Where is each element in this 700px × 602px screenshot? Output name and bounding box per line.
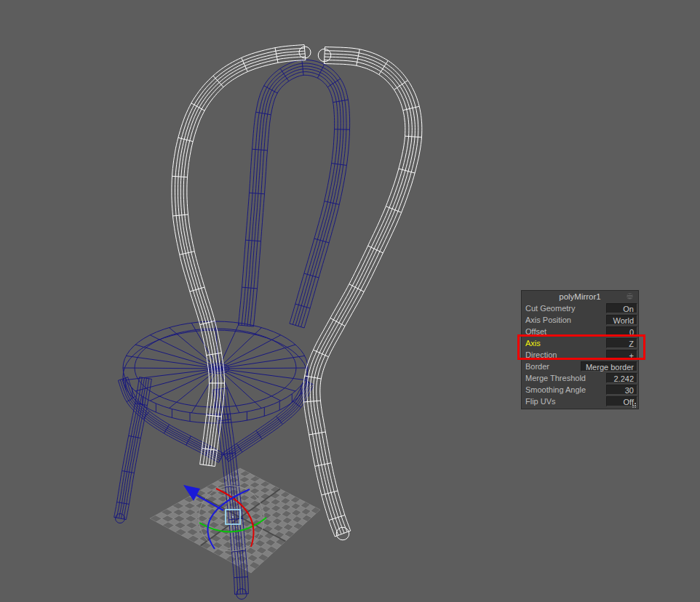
attribute-value-axis-position[interactable]: World [606, 315, 637, 325]
tube-navy-inner-backrest-hoop [239, 60, 350, 328]
maya-viewport[interactable]: { "viewport": { "background": "#5d5d5d",… [0, 0, 700, 602]
attribute-row-merge-threshold: Merge Threshold2.242 [522, 372, 638, 384]
tube-navy-right-brace [223, 380, 314, 462]
attribute-label-cut-geometry: Cut Geometry [522, 303, 606, 313]
tube-white-backrest-hoop-right-and-rear-leg [303, 47, 422, 540]
panel-resize-grip[interactable] [631, 402, 637, 408]
tube-white-backrest-hoop-left-and-front-post [172, 45, 311, 467]
attribute-value-smoothing-angle[interactable]: 30 [606, 385, 637, 395]
attribute-label-border: Border [522, 361, 581, 372]
tube-navy-rear-left-leg [114, 377, 152, 523]
attribute-row-smoothing-angle: Smoothing Angle30 [522, 384, 638, 396]
manipulator-center-dot [232, 516, 234, 518]
attribute-row-axis-position: Axis PositionWorld [522, 314, 638, 326]
attribute-label-flip-uvs: Flip UVs [522, 396, 606, 406]
attribute-row-border: BorderMerge border [522, 361, 638, 372]
attribute-label-axis-position: Axis Position [522, 315, 606, 325]
attribute-value-merge-threshold[interactable]: 2.242 [606, 373, 637, 383]
attribute-label-merge-threshold: Merge Threshold [522, 373, 606, 383]
chair-wireframe-navy-half[interactable] [114, 60, 350, 599]
attribute-row-flip-uvs: Flip UVsOff [522, 396, 638, 407]
panel-title-bar[interactable]: polyMirror1 [522, 291, 638, 302]
attribute-value-border[interactable]: Merge border [581, 361, 637, 372]
panel-title: polyMirror1 [559, 292, 601, 301]
attribute-value-cut-geometry[interactable]: On [606, 303, 637, 313]
chair-wireframe-white-half[interactable] [172, 45, 422, 540]
panel-menu-icon[interactable] [627, 293, 633, 300]
attribute-row-cut-geometry: Cut GeometryOn [522, 302, 638, 314]
annotation-highlight-box [517, 334, 645, 360]
attribute-label-smoothing-angle: Smoothing Angle [522, 385, 606, 395]
